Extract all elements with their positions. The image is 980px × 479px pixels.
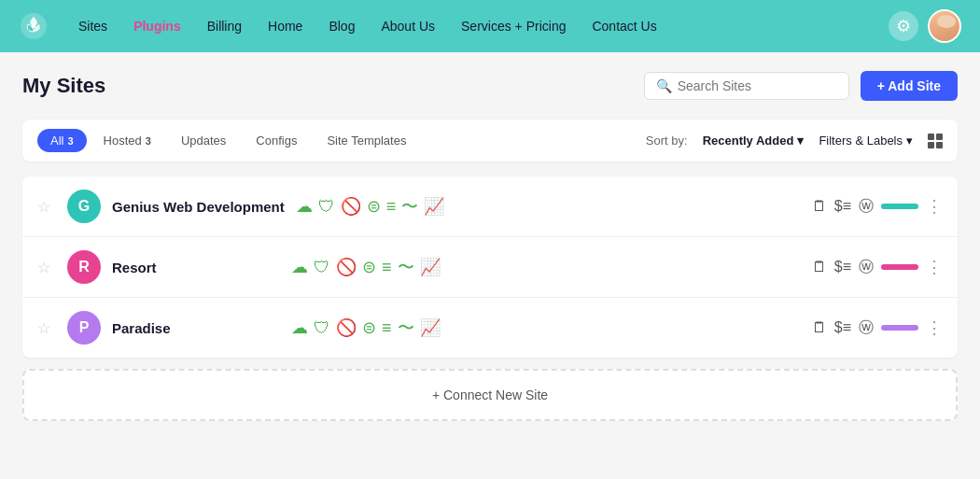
chevron-down-icon: ▾ <box>797 134 804 148</box>
menu-icon: ≡ <box>382 318 392 338</box>
billing-icon[interactable]: $≡ <box>834 319 851 336</box>
sort-dropdown[interactable]: Recently Added ▾ <box>703 134 805 148</box>
layers-icon: ⊜ <box>362 317 376 338</box>
filter-configs[interactable]: Configs <box>243 129 310 152</box>
filter-configs-label: Configs <box>256 134 297 148</box>
shield-icon: 🛡 <box>314 318 330 338</box>
block-icon: 🚫 <box>341 196 361 217</box>
activity-icon: 〜 <box>401 195 418 218</box>
wordpress-icon[interactable]: ⓦ <box>859 197 874 217</box>
menu-icon: ≡ <box>386 197 397 217</box>
filter-hosted[interactable]: Hosted 3 <box>91 129 164 152</box>
sort-section: Sort by: Recently Added ▾ Filters & Labe… <box>646 134 943 148</box>
site-actions: 🗒 $≡ ⓦ ⋮ <box>812 257 943 277</box>
filter-hosted-count: 3 <box>146 135 151 147</box>
table-row: ☆ G Genius Web Development ☁ 🛡 🚫 ⊜ ≡ 〜 📈… <box>22 176 958 237</box>
filter-updates-label: Updates <box>181 134 226 148</box>
table-row: ☆ P Paradise ☁ 🛡 🚫 ⊜ ≡ 〜 📈 🗒 $≡ ⓦ ⋮ <box>22 298 958 358</box>
filter-all-count: 3 <box>67 135 73 147</box>
shield-icon: 🛡 <box>314 258 330 277</box>
sort-value: Recently Added <box>703 134 794 148</box>
site-plugin-icons: ☁ 🛡 🚫 ⊜ ≡ 〜 📈 <box>291 256 801 278</box>
gear-icon[interactable]: ⚙ <box>889 11 918 41</box>
nav-contact[interactable]: Contact Us <box>581 13 667 39</box>
navbar-links: Sites Plugins Billing Home Blog About Us… <box>67 13 889 39</box>
star-icon[interactable]: ☆ <box>37 259 56 276</box>
search-icon: 🔍 <box>656 78 672 93</box>
shield-icon: 🛡 <box>318 197 335 217</box>
nav-sites[interactable]: Sites <box>67 13 119 39</box>
main-content: My Sites 🔍 + Add Site All 3 Hosted 3 Upd… <box>0 52 980 479</box>
chart-icon: 📈 <box>420 257 441 277</box>
wordpress-icon[interactable]: ⓦ <box>859 258 874 277</box>
filter-templates-label: Site Templates <box>327 134 406 148</box>
billing-icon[interactable]: $≡ <box>834 259 851 275</box>
navbar: Sites Plugins Billing Home Blog About Us… <box>0 0 980 52</box>
nav-billing[interactable]: Billing <box>196 13 253 39</box>
billing-icon[interactable]: $≡ <box>834 198 851 215</box>
site-color-label[interactable] <box>881 204 918 209</box>
filter-all[interactable]: All 3 <box>37 129 87 152</box>
site-name: Paradise <box>112 320 280 336</box>
filter-row: All 3 Hosted 3 Updates Configs Site Temp… <box>22 120 958 162</box>
filter-updates[interactable]: Updates <box>168 129 239 152</box>
site-plugin-icons: ☁ 🛡 🚫 ⊜ ≡ 〜 📈 <box>296 195 801 218</box>
star-icon[interactable]: ☆ <box>37 319 56 337</box>
site-avatar: R <box>67 250 101 284</box>
wordpress-icon[interactable]: ⓦ <box>859 318 874 338</box>
sort-label: Sort by: <box>646 134 688 148</box>
more-options-icon[interactable]: ⋮ <box>926 257 943 277</box>
activity-icon: 〜 <box>398 256 414 278</box>
cloud-icon: ☁ <box>291 257 308 277</box>
site-avatar: P <box>67 311 101 345</box>
block-icon: 🚫 <box>336 317 357 338</box>
filter-templates[interactable]: Site Templates <box>314 129 419 152</box>
nav-blog[interactable]: Blog <box>317 13 366 39</box>
filter-all-label: All <box>50 134 63 148</box>
chart-icon: 📈 <box>424 196 444 217</box>
cloud-icon: ☁ <box>291 317 308 338</box>
site-name: Resort <box>112 260 280 275</box>
site-color-label[interactable] <box>881 264 918 270</box>
nav-about[interactable]: About Us <box>370 13 446 39</box>
sites-list: ☆ G Genius Web Development ☁ 🛡 🚫 ⊜ ≡ 〜 📈… <box>22 176 958 358</box>
add-site-button[interactable]: + Add Site <box>861 71 958 101</box>
chart-icon: 📈 <box>420 317 441 338</box>
navbar-right: ⚙ <box>889 9 961 43</box>
site-color-label[interactable] <box>881 325 918 331</box>
site-actions: 🗒 $≡ ⓦ ⋮ <box>812 317 943 338</box>
filter-hosted-label: Hosted <box>104 134 142 148</box>
site-plugin-icons: ☁ 🛡 🚫 ⊜ ≡ 〜 📈 <box>291 317 801 339</box>
avatar[interactable] <box>928 9 961 43</box>
more-options-icon[interactable]: ⋮ <box>926 317 943 338</box>
filters-label-text: Filters & Labels <box>819 134 903 148</box>
filters-labels-button[interactable]: Filters & Labels ▾ <box>819 134 913 148</box>
nav-home[interactable]: Home <box>257 13 314 39</box>
pages-icon[interactable]: 🗒 <box>812 198 827 215</box>
site-name: Genius Web Development <box>112 199 285 215</box>
star-icon[interactable]: ☆ <box>37 198 56 216</box>
site-actions: 🗒 $≡ ⓦ ⋮ <box>812 196 943 217</box>
chevron-down-icon-2: ▾ <box>906 134 913 148</box>
header-actions: 🔍 + Add Site <box>644 71 958 101</box>
pages-icon[interactable]: 🗒 <box>812 259 827 275</box>
layers-icon: ⊜ <box>367 196 381 217</box>
menu-icon: ≡ <box>382 258 392 277</box>
nav-services[interactable]: Services + Pricing <box>450 13 577 39</box>
layers-icon: ⊜ <box>362 257 376 277</box>
search-input[interactable] <box>678 78 837 93</box>
search-box[interactable]: 🔍 <box>644 72 849 100</box>
pages-icon[interactable]: 🗒 <box>812 319 827 336</box>
header-row: My Sites 🔍 + Add Site <box>22 71 958 101</box>
nav-plugins[interactable]: Plugins <box>122 13 192 39</box>
grid-view-icon[interactable] <box>928 134 943 148</box>
cloud-icon: ☁ <box>296 196 313 217</box>
site-avatar: G <box>67 190 101 223</box>
more-options-icon[interactable]: ⋮ <box>926 196 943 217</box>
svg-point-1 <box>32 24 35 28</box>
connect-new-site-button[interactable]: + Connect New Site <box>22 369 958 421</box>
page-title: My Sites <box>22 74 105 98</box>
activity-icon: 〜 <box>398 317 414 339</box>
table-row: ☆ R Resort ☁ 🛡 🚫 ⊜ ≡ 〜 📈 🗒 $≡ ⓦ ⋮ <box>22 237 958 298</box>
logo[interactable] <box>19 11 49 41</box>
